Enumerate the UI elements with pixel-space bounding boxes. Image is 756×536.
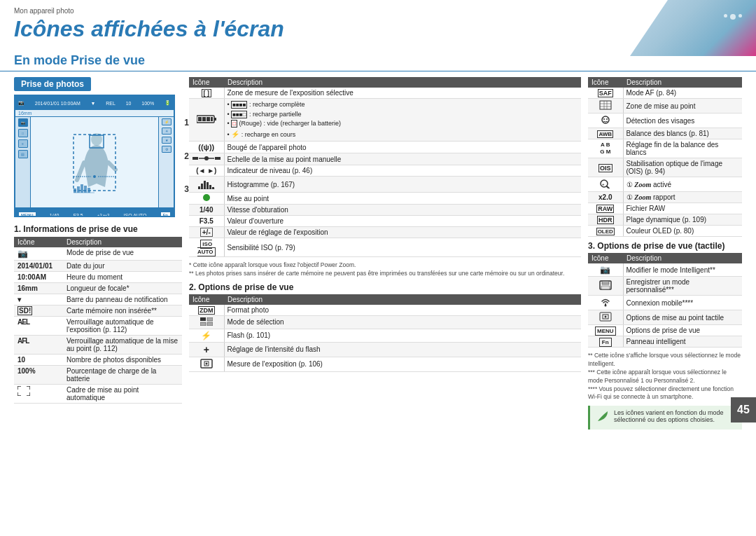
cam-fn-btn: Fn [161,212,170,217]
page-number: 45 [731,397,756,422]
icon-cell [189,153,224,165]
table-row: F3.5 Valeur d'ouverture [189,216,581,227]
table-row: Histogramme (p. 167) [189,177,581,193]
icon-cell: + [588,177,623,192]
touch-af-icon [599,312,612,322]
table-row: ((ψ)) Bougé de l'appareil photo [189,142,581,153]
icon-cell: Fn [588,336,623,348]
cam-right-icon-3: ★ [162,137,172,144]
desc-cell: Valeur de réglage de l'exposition [224,227,581,238]
icon-cell: ▾ [14,294,63,305]
svg-point-50 [604,305,606,307]
cam-datetime: 2014/01/01 10:00AM [35,101,80,106]
icon-cell: 1/40 [189,205,224,216]
cam-right-icon-4: ⚙ [162,146,172,153]
custom-save-icon [599,280,612,290]
metering-icon [200,359,213,369]
table-row: 1/40 Vitesse d'obturation [189,205,581,216]
table-row: Fn Panneau intelligent [588,336,742,348]
mid2-col-desc: Description [224,294,581,305]
breadcrumb: Mon appareil photo [14,7,742,15]
desc-cell: Valeur d'ouverture [224,216,581,227]
icon-cell: + [189,342,224,357]
table-row: Cadre de mise au point automatique [14,385,182,404]
right-table-2-body: 📷 Modifier le mode Intelligent** Enregis… [588,263,742,348]
dot-2 [730,14,736,20]
svg-rect-18 [192,157,198,160]
desc-cell: Mode AF (p. 84) [623,88,742,99]
svg-rect-24 [204,181,206,189]
table-row: 2014/01/01 Date du jour [14,261,182,272]
mid-col-desc: Description [224,77,581,88]
table-row: AWB Balance des blancs (p. 81) [588,128,742,139]
leaf-icon [596,409,610,423]
icon-cell: RAW [588,203,623,214]
header: Mon appareil photo Icônes affichées à l'… [0,0,756,48]
table-row: + ① Zoom activé [588,177,742,192]
photo-mode-label: Prise de photos [14,77,91,91]
svg-rect-23 [201,184,203,189]
table-row: Mise au point [189,193,581,205]
svg-rect-6 [84,186,87,193]
svg-rect-31 [200,322,206,326]
desc-cell: Panneau intelligent [623,336,742,348]
svg-rect-7 [88,188,90,193]
desc-cell: • ■■■■ : recharge complète • ■■■□ : rech… [224,99,581,142]
icon-cell: 10:00AM [14,272,63,283]
cam-top-bar: 📷 2014/01/01 10:00AM ▼ REL 10 100% 🔋 [15,96,174,110]
desc-cell: Zone de mesure de l'exposition sélective [224,88,581,99]
desc-cell: Mode de prise de vue [63,247,182,261]
svg-rect-3 [74,188,76,193]
cam-focal: 16mm [18,111,31,116]
svg-point-35 [205,362,207,364]
right-table-2: Icône Description 📷 Modifier le mode Int… [588,253,742,348]
svg-point-42 [603,118,605,120]
mode-icon [200,317,213,326]
cam-focal-row: 16mm [15,110,174,117]
camera-wrapper: 📷 2014/01/01 10:00AM ▼ REL 10 100% 🔋 16m… [14,95,175,217]
mid-table-2-body: ZDM Format photo Mode de sélec [189,305,581,372]
icon-cell [588,277,623,296]
icon-cell: HDR [588,214,623,226]
svg-point-43 [606,118,608,120]
camera-diagram: 📷 2014/01/01 10:00AM ▼ REL 10 100% 🔋 16m… [14,95,175,217]
icon-cell: 📷 [14,247,63,261]
footnotes-mid-1: * Cette icône apparaît lorsque vous fixe… [189,261,581,278]
desc-cell: Histogramme (p. 167) [224,177,581,193]
right-column: Icône Description SAF Mode AF (p. 84) [588,77,742,430]
table-row: Echelle de la mise au point manuelle [189,153,581,165]
icon-cell: AFL [14,336,63,355]
right-table-1: Icône Description SAF Mode AF (p. 84) [588,77,742,237]
focus-scale-icon [192,155,220,162]
icon-cell: MENU [588,325,623,336]
cam-center [31,117,158,207]
table-row: RAW Fichier RAW [588,203,742,214]
desc-cell: Réglage fin de la balance des blancs [623,139,742,158]
histogram-icon [198,178,215,189]
svg-rect-30 [207,317,213,321]
callout-numbers: 1 2 3 [184,95,189,217]
icon-cell: A BG M [588,139,623,158]
svg-point-11 [93,175,96,178]
desc-cell: Options de prise de vue [623,325,742,336]
icon-cell: +/- [189,227,224,238]
desc-cell: Pourcentage de charge de la batterie [63,366,182,385]
icon-cell: 10 [14,355,63,366]
page-title: Icônes affichées à l'écran [14,16,742,48]
svg-line-45 [607,186,610,188]
icon-cell [588,99,623,114]
cam-exposure: +3 •+3 [97,213,109,217]
table-row: • ■■■■ : recharge complète • ■■■□ : rech… [189,99,581,142]
header-dots [724,14,742,20]
table-row: 100% Pourcentage de charge de la batteri… [14,366,182,385]
desc-cell: Barre du panneau de notification [63,294,182,305]
desc-cell: ① Zoom rapport [623,192,742,203]
cam-left-panel: 📷 □ ≡ ▤ [15,117,31,207]
cam-right-icon-1: ⚡ [162,118,172,125]
table-row: AEL Verrouillage automatique de l'exposi… [14,317,182,336]
desc-cell: Fichier RAW [623,203,742,214]
table-row: ZDM Format photo [189,305,581,316]
info-box: Les icônes varient en fonction du mode s… [588,406,742,430]
desc-cell: Sensibilité ISO (p. 79) [224,238,581,257]
table-row: x2.0 ① Zoom rapport [588,192,742,203]
